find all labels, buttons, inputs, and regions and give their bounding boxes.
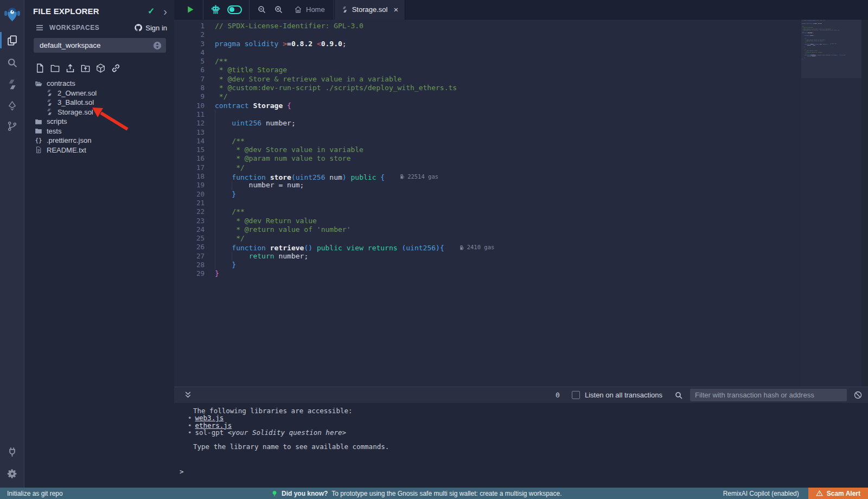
folder-icon [35,127,42,135]
terminal-line: •ethers.js [174,422,868,429]
folder-icon [35,118,42,125]
settings-icon [7,468,18,479]
workspaces-label: WORKSPACES [49,24,134,31]
did-you-know-tip: Did you know? To prototype using the Gno… [271,488,562,499]
code-line-19[interactable]: number = num; [215,181,801,190]
tree-item-contracts[interactable]: contracts [25,79,174,89]
git-init-status[interactable]: Initialize as git repo [0,490,63,497]
tree-item--prettierrc-json[interactable]: {}.prettierrc.json [25,136,174,146]
code-line-23[interactable]: * @dev Return value [215,217,801,225]
code-line-21[interactable] [215,199,801,207]
code-line-14[interactable]: /** [215,137,801,146]
code-line-29[interactable]: } [215,269,801,278]
new-file-icon[interactable] [35,63,45,73]
code-content[interactable]: // SPDX-License-Identifier: GPL-3.0pragm… [215,20,801,279]
code-line-25[interactable]: */ [215,234,801,243]
folder-open-icon [35,80,42,87]
code-line-9[interactable]: */ [215,92,801,101]
braces-icon: {} [35,137,42,144]
terminal-output[interactable]: The following libraries are accessible:•… [174,403,868,488]
code-line-15[interactable]: * @dev Store value in variable [215,146,801,154]
code-line-24[interactable]: * @return value of 'number' [215,225,801,234]
rail-item-settings[interactable] [0,464,24,483]
sol-icon [46,99,53,106]
code-line-5[interactable]: /** [215,57,801,66]
code-line-11[interactable] [215,110,801,119]
tab-home[interactable]: Home [283,0,334,20]
tab-storage-sol[interactable]: Storage.sol × [334,0,406,20]
transaction-filter-input[interactable] [690,389,847,401]
tree-item-storage-sol[interactable]: Storage.sol [25,108,174,117]
check-icon: ✓ [148,6,155,16]
rail-item-plugin-manager[interactable] [0,443,24,461]
code-line-4[interactable] [215,48,801,57]
code-line-10[interactable]: contract Storage { [215,102,801,110]
tree-item-3-ballot-sol[interactable]: 3_Ballot.sol [25,98,174,108]
code-line-2[interactable] [215,30,801,39]
rail-item-git[interactable] [0,117,24,135]
status-bar: Initialize as git repo Did you know? To … [0,488,868,499]
code-line-12[interactable]: uint256 number; [215,119,801,128]
ai-copilot-robot-icon[interactable] [210,4,221,15]
terminal-prompt[interactable]: > [174,468,868,476]
sign-in-button[interactable]: Sign in [134,23,167,32]
new-folder-icon[interactable] [50,63,60,73]
editor-scrollbar-track[interactable] [861,20,868,387]
code-editor[interactable]: 1234567891011121314151617181920212223242… [174,20,868,387]
sol-icon [46,89,53,97]
fuel-icon [400,174,405,179]
remixai-copilot-status[interactable]: RemixAI Copilot (enabled) [723,490,799,497]
link-icon[interactable] [111,63,121,73]
upload-folder-icon[interactable] [80,63,91,73]
code-line-6[interactable]: * @title Storage [215,66,801,74]
rail-item-file-explorer[interactable] [0,31,24,49]
upload-file-icon[interactable] [65,63,75,73]
remix-logo-icon[interactable] [3,3,21,23]
gas-estimate: 2410 gas [459,243,495,251]
code-line-18[interactable]: function store(uint256 num) public {2251… [215,172,801,181]
code-line-1[interactable]: // SPDX-License-Identifier: GPL-3.0 [215,22,801,30]
rail-item-deploy-run[interactable] [0,97,24,115]
listen-all-transactions-checkbox[interactable] [572,391,580,399]
workspace-select[interactable]: default_workspace [34,38,166,53]
run-script-button[interactable] [186,5,195,14]
code-line-22[interactable]: /** [215,207,801,216]
file-text-icon [35,146,42,154]
terminal-header: 0 Listen on all transactions [174,387,868,403]
code-line-8[interactable]: * @custom:dev-run-script ./scripts/deplo… [215,84,801,92]
tree-item-scripts[interactable]: scripts [25,117,174,127]
chevron-right-icon[interactable]: › [163,8,167,15]
code-line-27[interactable]: return number; [215,252,801,261]
code-line-7[interactable]: * @dev Store & retrieve value in a varia… [215,75,801,84]
git-icon [7,121,18,132]
zoom-in-icon[interactable] [274,5,283,14]
code-line-29[interactable]: } [802,58,861,60]
scam-alert-button[interactable]: Scam Alert [808,488,868,499]
clear-terminal-icon[interactable] [853,390,863,400]
publish-gist-icon[interactable] [95,63,106,73]
github-icon [134,23,143,32]
tree-item-2-owner-sol[interactable]: 2_Owner.sol [25,89,174,98]
copilot-toggle[interactable] [227,5,242,14]
tab-close-icon[interactable]: × [393,7,398,13]
code-line-20[interactable]: } [215,190,801,199]
tree-item-readme-txt[interactable]: README.txt [25,146,174,155]
zoom-out-icon[interactable] [257,5,266,14]
editor-minimap[interactable]: // SPDX-License-Identifier: GPL-3.0pragm… [801,20,861,387]
tree-item-tests[interactable]: tests [25,127,174,136]
workspace-updown-icon [153,41,162,50]
rail-item-solidity-compiler[interactable] [0,75,24,93]
search-icon [7,57,18,68]
code-line-16[interactable]: * @param num value to store [215,154,801,163]
listen-all-transactions-label[interactable]: Listen on all transactions [585,391,662,399]
gas-estimate: 22514 gas [400,172,438,181]
code-line-17[interactable]: */ [215,163,801,172]
terminal-search-icon[interactable] [674,391,683,400]
code-line-26[interactable]: function retrieve() public view returns … [215,243,801,251]
terminal-collapse-icon[interactable] [183,390,193,400]
code-line-13[interactable] [215,128,801,137]
code-line-3[interactable]: pragma solidity >=0.8.2 <0.9.0; [215,40,801,48]
hamburger-menu-icon[interactable] [35,23,44,32]
code-line-28[interactable]: } [215,261,801,269]
rail-item-search[interactable] [0,53,24,72]
